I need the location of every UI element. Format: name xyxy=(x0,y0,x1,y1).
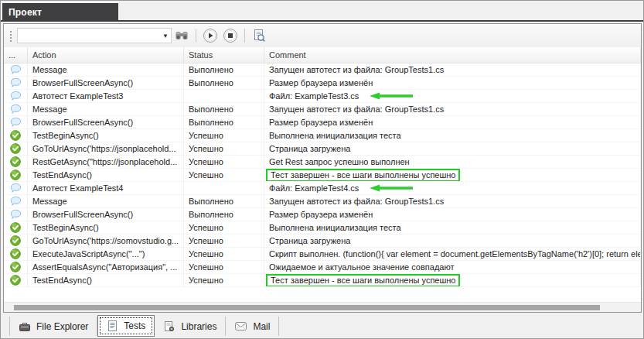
bottom-tabstrip: File Explorer Tests Libraries Mail xyxy=(3,314,642,337)
libraries-gear-icon xyxy=(163,320,175,333)
table-row[interactable]: Автотест ExampleTest4 Файл: ExampleTest4… xyxy=(4,182,641,195)
table-row[interactable]: TestBeginAsync() Успешно Выполнена иници… xyxy=(4,221,641,235)
table-row[interactable]: Message Выполнено Запущен автотест из фа… xyxy=(4,63,641,77)
stop-icon xyxy=(223,28,238,43)
action-cell: BrowserFullScreenAsync() xyxy=(28,116,184,128)
column-header-icon[interactable]: ... xyxy=(4,47,28,63)
action-text: AssertEqualsAsync("Авторизация", ... xyxy=(32,262,177,272)
status-cell: Успешно xyxy=(184,221,264,234)
table-row[interactable]: BrowserFullScreenAsync() Выполнено Разме… xyxy=(4,208,641,221)
toolbar-grip-handle[interactable] xyxy=(9,29,12,42)
tab-project[interactable]: Проект xyxy=(2,3,118,22)
row-type-cell xyxy=(4,274,28,286)
grid-header: ... Action Status Comment xyxy=(4,47,641,63)
action-text: GoToUrlAsync('https://jsonplacehold... xyxy=(32,144,176,154)
horizontal-scrollbar[interactable] xyxy=(4,302,641,312)
toolbar: ▼ xyxy=(4,24,641,47)
action-text: BrowserFullScreenAsync() xyxy=(32,118,133,128)
tab-project-label: Проект xyxy=(9,7,42,18)
success-check-icon xyxy=(10,156,21,167)
action-text: BrowserFullScreenAsync() xyxy=(32,210,133,220)
comment-cell: Страница загружена xyxy=(264,142,641,155)
table-row[interactable]: Автотест ExampleTest3 Файл: ExampleTest3… xyxy=(4,90,641,103)
row-type-cell xyxy=(4,195,28,207)
comment-text: Файл: ExampleTest3.cs xyxy=(269,91,359,101)
success-check-icon xyxy=(10,130,21,141)
binoculars-icon xyxy=(175,29,189,43)
row-type-cell xyxy=(4,156,28,168)
action-cell: Автотест ExampleTest4 xyxy=(28,182,184,194)
column-header-status[interactable]: Status xyxy=(184,47,264,63)
row-type-cell xyxy=(4,261,28,273)
bottom-tab-libraries[interactable]: Libraries xyxy=(155,317,226,336)
table-row[interactable]: BrowserFullScreenAsync() Выполнено Разме… xyxy=(4,116,641,129)
status-text: Успешно xyxy=(189,223,223,233)
status-text: Успешно xyxy=(189,276,223,286)
status-text: Выполнено xyxy=(189,197,233,207)
status-cell: Успешно xyxy=(184,156,264,168)
comment-text: Get Rest запрос успешно выполнен xyxy=(269,157,410,167)
row-type-cell xyxy=(4,77,28,89)
action-cell: TestEndAsync() xyxy=(28,274,184,286)
table-row[interactable]: TestBeginAsync() Успешно Выполнена иници… xyxy=(4,129,641,142)
chevron-down-icon[interactable]: ▼ xyxy=(160,33,171,39)
bottom-tab-mail[interactable]: Mail xyxy=(226,317,279,336)
report-button[interactable] xyxy=(250,26,268,45)
status-text: Выполнено xyxy=(189,104,233,115)
comment-cell: Файл: ExampleTest4.cs xyxy=(264,182,641,194)
table-row[interactable]: RestGetAsync("https://jsonplacehold... У… xyxy=(4,156,641,169)
action-cell: GoToUrlAsync('https://somovstudio.g... xyxy=(28,235,184,247)
action-cell: Message xyxy=(28,195,184,207)
comment-text: Размер браузера изменён xyxy=(269,78,373,88)
row-type-cell xyxy=(4,129,28,142)
top-tabstrip: Проект xyxy=(1,1,643,22)
table-row[interactable]: ExecuteJavaScriptAsync("...") Успешно Ск… xyxy=(4,248,641,261)
column-header-action[interactable]: Action xyxy=(28,47,184,63)
message-bubble-icon xyxy=(10,196,22,207)
status-text: Успешно xyxy=(189,262,223,272)
document-magnifier-icon xyxy=(252,29,266,43)
action-cell: GoToUrlAsync('https://jsonplacehold... xyxy=(28,142,184,155)
scrollbar-thumb[interactable] xyxy=(14,305,600,310)
row-type-cell xyxy=(4,103,28,115)
comment-text: Размер браузера изменён xyxy=(269,118,373,128)
table-row[interactable]: TestEndAsync() Успешно Тест завершен - в… xyxy=(4,274,641,287)
stop-button[interactable] xyxy=(221,26,240,45)
message-bubble-icon xyxy=(10,91,22,101)
table-row[interactable]: Message Выполнено Запущен автотест из фа… xyxy=(4,103,641,116)
comment-cell: Выполнена инициализация теста xyxy=(264,129,641,142)
bottom-tab-tests[interactable]: Tests xyxy=(97,315,155,337)
find-button[interactable] xyxy=(172,26,191,45)
table-row[interactable]: BrowserFullScreenAsync() Выполнено Разме… xyxy=(4,77,641,90)
message-bubble-icon xyxy=(10,104,22,115)
status-cell: Успешно xyxy=(184,169,264,181)
row-type-cell xyxy=(4,208,28,221)
status-cell: Выполнено xyxy=(184,116,264,128)
status-cell: Выполнено xyxy=(184,103,264,115)
action-cell: ExecuteJavaScriptAsync("...") xyxy=(28,248,184,260)
file-explorer-icon xyxy=(19,320,31,333)
table-row[interactable]: Message Выполнено Запущен автотест из фа… xyxy=(4,195,641,208)
status-cell: Успешно xyxy=(184,274,264,286)
comment-text: Тест завершен - все шаги выполнены успеш… xyxy=(266,274,460,286)
action-text: TestBeginAsync() xyxy=(32,223,99,233)
column-header-comment[interactable]: Comment xyxy=(264,47,641,63)
table-row[interactable]: GoToUrlAsync('https://jsonplacehold... У… xyxy=(4,142,641,156)
bottom-tab-label: Tests xyxy=(124,320,145,331)
action-cell: TestBeginAsync() xyxy=(28,129,184,142)
play-icon xyxy=(203,28,218,43)
comment-text: Запущен автотест из файла: GroupTests1.c… xyxy=(269,104,444,115)
status-text: Успешно xyxy=(189,236,223,246)
bottom-tab-file-explorer[interactable]: File Explorer xyxy=(9,317,97,336)
annotation-arrow-icon xyxy=(370,92,413,100)
table-row[interactable]: GoToUrlAsync('https://somovstudio.g... У… xyxy=(4,235,641,248)
action-cell: Автотест ExampleTest3 xyxy=(28,90,184,102)
table-row[interactable]: AssertEqualsAsync("Авторизация", ... Усп… xyxy=(4,261,641,274)
status-cell: Выполнено xyxy=(184,208,264,221)
message-bubble-icon xyxy=(10,209,22,220)
test-selector-combobox[interactable]: ▼ xyxy=(17,28,172,43)
run-button[interactable] xyxy=(201,26,220,45)
table-row[interactable]: TestEndAsync() Успешно Тест завершен - в… xyxy=(4,169,641,182)
action-text: TestEndAsync() xyxy=(32,170,92,180)
comment-cell: Файл: ExampleTest3.cs xyxy=(264,90,641,102)
